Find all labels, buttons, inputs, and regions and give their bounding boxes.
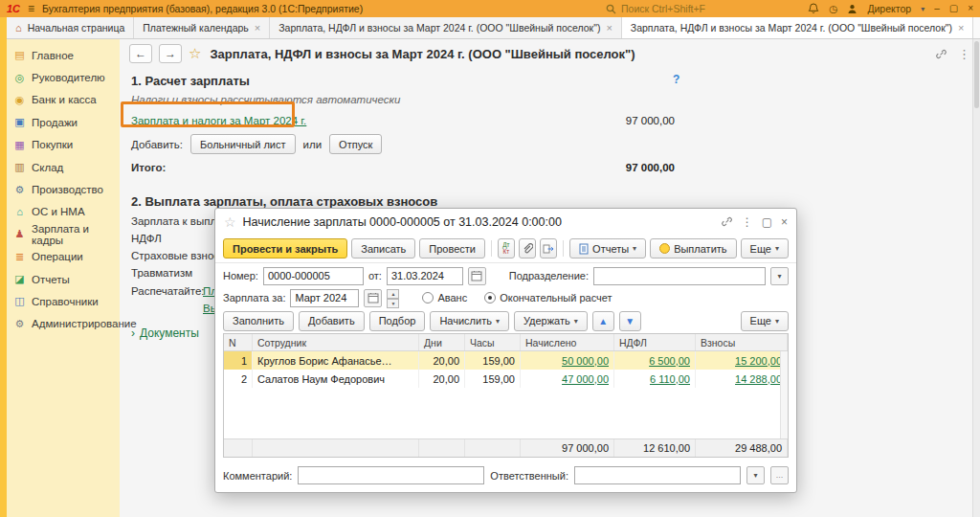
help-icon[interactable]: ?	[673, 73, 679, 86]
notifications-bell-icon[interactable]	[808, 3, 819, 14]
calendar-button[interactable]	[468, 267, 486, 285]
department-chooser-button[interactable]: ▾	[770, 267, 789, 285]
more-button[interactable]: Еще ▾	[741, 238, 789, 258]
sidebar-item-warehouse[interactable]: ▥Склад	[7, 156, 120, 178]
maximize-icon[interactable]: ▢	[762, 215, 772, 229]
col-contrib[interactable]: Взносы	[696, 334, 788, 350]
add-row-button[interactable]: Добавить	[299, 311, 365, 331]
user-name[interactable]: Директор	[867, 3, 911, 14]
contrib-link[interactable]: 14 288,00	[735, 373, 782, 385]
fill-button[interactable]: Заполнить	[223, 311, 294, 331]
minimize-button[interactable]: –	[934, 4, 940, 13]
accrued-link[interactable]: 47 000,00	[562, 373, 609, 385]
sidebar-item-reports[interactable]: ◪Отчеты	[7, 268, 120, 290]
table-row[interactable]: 1 Круглов Борис Афанасье… 20,00 159,00 5…	[224, 351, 788, 370]
main-menu-icon[interactable]: ≡	[28, 2, 34, 15]
table-scrollbar[interactable]	[780, 351, 788, 438]
month-spinner[interactable]: ▲▼	[387, 289, 399, 307]
payout-row-ndfl: НДФЛ	[131, 233, 162, 244]
sidebar-item-directories[interactable]: ◫Справочники	[7, 290, 120, 312]
history-icon[interactable]: ◷	[829, 3, 837, 14]
tab-payment-calendar[interactable]: Платежный календарь ×	[134, 17, 270, 38]
scrollbar-thumb[interactable]	[974, 41, 979, 108]
page-scrollbar[interactable]	[972, 39, 980, 517]
pick-button[interactable]: Подбор	[369, 311, 426, 331]
sick-leave-button[interactable]: Больничный лист	[190, 134, 295, 154]
salary-taxes-link[interactable]: Зарплата и налоги за Март 2024 г.	[131, 115, 306, 126]
month-calendar-button[interactable]	[364, 289, 382, 307]
number-input[interactable]	[263, 267, 364, 285]
tab-salary-march-1[interactable]: Зарплата, НДФЛ и взносы за Март 2024 г. …	[270, 17, 622, 38]
sidebar-item-salary-hr[interactable]: ♟Зарплата и кадры	[7, 223, 120, 245]
accrue-button[interactable]: Начислить▾	[430, 311, 509, 331]
create-based-on-button[interactable]	[540, 238, 557, 258]
sidebar-item-production[interactable]: ⚙Производство	[7, 178, 120, 200]
contrib-link[interactable]: 15 200,00	[735, 355, 782, 367]
responsible-dropdown-button[interactable]: ▾	[746, 466, 765, 484]
table-row[interactable]: 2 Салатов Наум Федорович 20,00 159,00 47…	[224, 370, 788, 388]
save-button[interactable]: Записать	[351, 238, 415, 258]
move-down-button[interactable]: ▼	[619, 311, 641, 331]
sidebar-item-bank-cash[interactable]: ◉Банк и касса	[7, 89, 120, 111]
tab-home[interactable]: ⌂ Начальная страница	[7, 17, 134, 38]
attachments-button[interactable]	[519, 238, 536, 258]
col-hours[interactable]: Часы	[465, 334, 521, 350]
move-up-button[interactable]: ▲	[592, 311, 614, 331]
sidebar-item-label: Зарплата и кадры	[32, 223, 113, 246]
table-more-button[interactable]: Еще▾	[741, 311, 789, 331]
totals-accrued: 97 000,00	[521, 439, 614, 457]
tab-close-icon[interactable]: ×	[255, 22, 260, 34]
col-ndfl[interactable]: НДФЛ	[614, 334, 696, 350]
responsible-more-button[interactable]: …	[770, 466, 789, 484]
kebab-menu-icon[interactable]: ⋮	[742, 215, 753, 229]
user-menu-caret-icon[interactable]: ▾	[921, 5, 924, 13]
comment-input[interactable]	[298, 466, 484, 484]
ndfl-link[interactable]: 6 110,00	[650, 373, 690, 385]
post-button[interactable]: Провести	[419, 238, 485, 258]
accrued-link[interactable]: 50 000,00	[562, 355, 609, 367]
sidebar-item-operations[interactable]: ≣Операции	[7, 246, 120, 268]
close-window-button[interactable]: ×	[968, 4, 973, 13]
favorite-star-icon[interactable]: ☆	[189, 45, 201, 62]
col-days[interactable]: Дни	[419, 334, 465, 350]
spin-down-icon[interactable]: ▼	[387, 299, 399, 308]
link-icon[interactable]	[721, 215, 733, 228]
salary-month-input[interactable]	[290, 289, 359, 307]
vacation-button[interactable]: Отпуск	[329, 134, 382, 154]
close-dialog-icon[interactable]: ×	[781, 215, 788, 229]
final-settlement-radio[interactable]: Окончательный расчет	[484, 292, 612, 303]
department-input[interactable]	[593, 267, 766, 285]
date-input[interactable]	[387, 267, 463, 285]
kebab-menu-icon[interactable]: ⋮	[958, 47, 970, 61]
col-n[interactable]: N	[224, 334, 253, 350]
documents-expander[interactable]: › Документы	[131, 326, 199, 340]
forward-button[interactable]: →	[159, 44, 182, 63]
tab-salary-march-2[interactable]: Зарплата, НДФЛ и взносы за Март 2024 г. …	[622, 17, 974, 38]
sidebar-item-fixed-assets[interactable]: ⌂ОС и НМА	[7, 201, 120, 223]
responsible-input[interactable]	[574, 466, 741, 484]
sidebar-item-administration[interactable]: ⚙Администрирование	[7, 313, 120, 335]
col-employee[interactable]: Сотрудник	[253, 334, 419, 350]
search-hint: Поиск Ctrl+Shift+F	[621, 3, 705, 14]
restore-button[interactable]: ▢	[949, 4, 958, 13]
withhold-button[interactable]: Удержать▾	[514, 311, 588, 331]
advance-radio[interactable]: Аванс	[422, 292, 467, 303]
post-and-close-button[interactable]: Провести и закрыть	[223, 238, 347, 258]
spin-up-icon[interactable]: ▲	[387, 289, 399, 299]
reports-button[interactable]: Отчеты ▾	[569, 238, 646, 258]
tab-close-icon[interactable]: ×	[958, 22, 964, 34]
col-accrued[interactable]: Начислено	[521, 334, 614, 350]
home-icon: ⌂	[15, 22, 22, 34]
link-icon[interactable]	[935, 48, 947, 60]
favorite-star-icon[interactable]: ☆	[224, 214, 236, 230]
sidebar-item-main[interactable]: ▤Главное	[7, 44, 120, 66]
ndfl-link[interactable]: 6 500,00	[649, 355, 690, 367]
sidebar-item-sales[interactable]: ▣Продажи	[7, 111, 120, 133]
global-search[interactable]: Поиск Ctrl+Shift+F	[606, 0, 705, 17]
back-button[interactable]: ←	[129, 44, 152, 63]
sidebar-item-manager[interactable]: ◎Руководителю	[7, 66, 120, 88]
tab-close-icon[interactable]: ×	[606, 22, 612, 34]
pay-button[interactable]: Выплатить	[650, 238, 736, 258]
show-postings-button[interactable]: ДтКт	[498, 238, 515, 258]
sidebar-item-purchases[interactable]: ▦Покупки	[7, 134, 120, 156]
